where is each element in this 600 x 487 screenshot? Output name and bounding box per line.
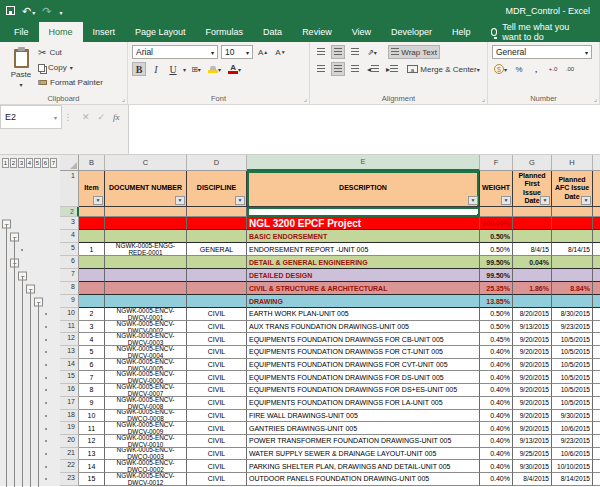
cell[interactable]: 9/20/2015 [513, 410, 552, 423]
cell[interactable]: CIVIL [187, 346, 247, 359]
row-header-19[interactable]: 19 [60, 422, 79, 435]
row-header-23[interactable]: 23 [60, 473, 79, 486]
cell[interactable]: 0.50% [480, 321, 513, 334]
cancel-button[interactable]: ✕ [82, 112, 90, 122]
cell[interactable]: 0.50% [480, 243, 513, 256]
cell[interactable]: DISCIPLINE▼ [187, 171, 247, 207]
cell[interactable] [552, 207, 593, 217]
outline-level-4-button[interactable]: 4 [26, 158, 33, 168]
formula-input[interactable] [128, 105, 600, 154]
decrease-indent-button[interactable]: ◂ [365, 62, 381, 76]
row-header-20[interactable]: 20 [60, 435, 79, 448]
merge-center-button[interactable]: a Merge & Center ▾ [405, 62, 482, 76]
cell[interactable] [79, 269, 105, 282]
row-header-5[interactable]: 5 [60, 243, 79, 256]
cell[interactable]: EARTH WORK PLAN-UNIT 005 [247, 308, 480, 321]
cell[interactable]: NGWK-0005-ENCV-DWCO-0002 [105, 460, 187, 473]
cell[interactable]: NGWK-0005-ENCV-DWCV-0010 [105, 435, 187, 448]
cell[interactable]: OUTDOOR PANELS FOUNDATION DRAWING-UNIT 0… [247, 473, 480, 486]
cell[interactable]: CIVIL [187, 308, 247, 321]
row-header-17[interactable]: 17 [60, 397, 79, 410]
row-header-7[interactable]: 7 [60, 269, 79, 282]
cell[interactable]: 0.40% [480, 422, 513, 435]
cell[interactable] [552, 269, 593, 282]
tab-data[interactable]: Data [253, 22, 292, 42]
cell[interactable]: 8/14/15 [552, 243, 593, 256]
cell[interactable]: NGWK-0005-ENCV-DWCV-0003 [105, 333, 187, 346]
cell[interactable]: NGWK-0005-ENCV-DWCO-0008 [105, 410, 187, 423]
cell[interactable]: CIVIL [187, 435, 247, 448]
cell[interactable]: 7 [79, 371, 105, 384]
filter-dropdown-button[interactable]: ▼ [235, 196, 245, 205]
cell[interactable] [187, 282, 247, 295]
cell[interactable]: CIVIL [187, 448, 247, 461]
cell[interactable]: 10/10/2015 [552, 460, 593, 473]
cell[interactable] [187, 217, 247, 230]
outline-level-6-button[interactable]: 6 [42, 158, 49, 168]
outline-collapse-button[interactable]: − [10, 232, 19, 241]
selected-cell-E2[interactable] [247, 207, 480, 217]
column-header-C[interactable]: C [105, 155, 187, 171]
cell[interactable]: 9/20/2015 [513, 422, 552, 435]
cell[interactable]: NGWK-0005-ENCV-DWCV-0001 [105, 308, 187, 321]
align-top-button[interactable] [314, 45, 328, 59]
tab-developer[interactable]: Developer [381, 22, 442, 42]
undo-dropdown-icon[interactable]: ▾ [32, 10, 35, 16]
cell[interactable]: 0.40% [480, 473, 513, 486]
outline-level-5-button[interactable]: 5 [34, 158, 41, 168]
cell[interactable] [480, 207, 513, 217]
cell[interactable]: 5 [79, 346, 105, 359]
cell[interactable] [79, 217, 105, 230]
cell[interactable]: CIVIL [187, 359, 247, 372]
cell[interactable]: DETAILED DESIGN [247, 269, 480, 282]
column-header-E[interactable]: E [247, 155, 480, 171]
cell[interactable] [105, 230, 187, 243]
cell[interactable]: 99.50% [480, 256, 513, 269]
cell[interactable]: 9/30/2015 [552, 410, 593, 423]
cell[interactable]: 0.40% [480, 371, 513, 384]
cell[interactable] [513, 230, 552, 243]
tab-help[interactable]: Help [442, 22, 481, 42]
paste-button[interactable]: Paste ▾ [4, 45, 38, 91]
cell[interactable]: 12 [79, 435, 105, 448]
cell[interactable]: NGWK-0005-ENCV-DWCV-0006 [105, 371, 187, 384]
cell[interactable]: PARKING SHELTER PLAN, DRAWINGS AND DETAI… [247, 460, 480, 473]
outline-collapse-button[interactable]: − [34, 297, 43, 306]
clipboard-dialog-launcher-icon[interactable]: ⌟ [122, 95, 125, 103]
cell[interactable]: 6 [79, 359, 105, 372]
outline-collapse-button[interactable]: − [2, 219, 11, 228]
cell[interactable] [79, 282, 105, 295]
cell[interactable]: EQUIPMENTS FOUNDATION DRAWINGS FOR LA-UN… [247, 397, 480, 410]
cell[interactable]: 10 [79, 410, 105, 423]
cell[interactable]: 8.84% [552, 282, 593, 295]
cell[interactable]: POWER TRANSFORMER FOUNDATION DRAWINGS-UN… [247, 435, 480, 448]
cell[interactable]: Planned AFC Issue Date▼ [552, 171, 593, 207]
cell[interactable] [79, 230, 105, 243]
cell[interactable]: CIVIL [187, 321, 247, 334]
cell[interactable]: GANTRIES DRAWINGS-UNIT 005 [247, 422, 480, 435]
cell[interactable]: 0.04% [513, 256, 552, 269]
cell[interactable]: CIVIL [187, 460, 247, 473]
bold-button[interactable]: B [132, 62, 146, 76]
cell[interactable] [552, 256, 593, 269]
filter-dropdown-button[interactable]: ▼ [93, 196, 103, 205]
cell[interactable]: 8/4/2015 [513, 473, 552, 486]
cell[interactable]: 10/6/2015 [552, 422, 593, 435]
cell[interactable]: 0.40% [480, 397, 513, 410]
redo-button[interactable]: ↷ [42, 6, 51, 17]
cell[interactable]: NGWK-0005-ENCV-DWCV-0004 [105, 346, 187, 359]
cell[interactable]: 0.40% [480, 448, 513, 461]
cell[interactable]: 13 [79, 448, 105, 461]
cell[interactable]: DOCUMENT NUMBER▼ [105, 171, 187, 207]
align-bottom-button[interactable] [348, 45, 362, 59]
tab-insert[interactable]: Insert [83, 22, 126, 42]
font-size-combo[interactable]: 10▾ [221, 45, 253, 59]
cell[interactable] [105, 269, 187, 282]
cell[interactable]: 9 [79, 397, 105, 410]
cell[interactable]: 9/20/2015 [513, 397, 552, 410]
cell[interactable]: FIRE WALL DRAWINGS-UNIT 005 [247, 410, 480, 423]
align-left-button[interactable] [314, 62, 328, 76]
filter-dropdown-button[interactable]: ▼ [175, 196, 185, 205]
cell[interactable]: 8/14/2015 [552, 473, 593, 486]
font-name-combo[interactable]: Arial▾ [132, 45, 218, 59]
